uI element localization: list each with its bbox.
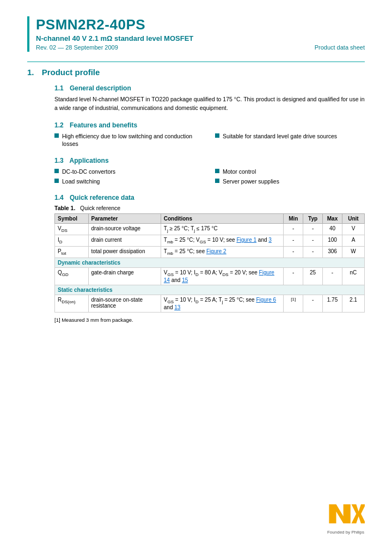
conditions-cell: Tmb = 25 °C; VGS = 10 V; see Figure 1 an… [161,235,284,247]
bullet-icon [54,179,59,183]
conditions-cell: Tj ≥ 25 °C; Tj ≤ 175 °C [161,224,284,235]
bullet-icon [215,179,219,183]
revision-text: Rev. 02 — 28 September 2009 [36,44,118,51]
svg-marker-1 [352,504,365,523]
svg-marker-0 [329,504,350,523]
parameter-cell: drain-source voltage [88,224,161,235]
subsection-1-3: 1.3 Applications DC-to-DC convertors Mot… [54,157,365,185]
typ-cell: 1.75 [323,295,342,313]
features-list: High efficiency due to low switching and… [54,132,365,148]
typ-cell: 25 [303,268,323,285]
max-cell: 306 [323,247,342,258]
product-subtitle: N-channel 40 V 2.1 mΩ standard level MOS… [36,34,365,42]
subsection-1-4-title: 1.4 Quick reference data [54,194,365,201]
conditions-cell: Tmb = 25 °C; see Figure 2 [161,247,284,258]
max-cell: - [323,268,342,285]
parameter-cell: drain current [88,235,161,247]
app-item-2: Motor control [215,168,365,176]
section-label-dynamic: Dynamic characteristics [55,258,365,268]
feature-item-2: Suitable for standard level gate drive s… [215,132,365,148]
max-cell: 100 [323,235,342,247]
footnote: [1] Measured 3 mm from package. [54,317,365,323]
section-header-row-dynamic: Dynamic characteristics [55,258,365,268]
header-accent-bar [27,16,29,52]
min-cell: - [284,224,303,235]
symbol-cell: QGD [55,268,89,285]
app-text-3: Load switching [62,177,100,186]
col-header-unit: Unit [342,214,364,224]
min-cell: [1] [284,295,303,313]
parameter-cell: total power dissipation [88,247,161,258]
section-header-row-static: Static characteristics [55,285,365,295]
unit-cell: nC [342,268,364,285]
bullet-icon [215,133,219,138]
subsection-1-2: 1.2 Features and benefits High efficienc… [54,121,365,148]
min-cell: - [284,247,303,258]
app-text-4: Server power supplies [223,177,279,186]
min-cell: - [284,235,303,247]
symbol-cell: VDS [55,224,89,235]
page: PSMN2R2-40PS N-channel 40 V 2.1 mΩ stand… [0,0,392,551]
col-header-parameter: Parameter [88,214,161,224]
bullet-icon [54,169,59,173]
col-header-conditions: Conditions [161,214,284,224]
section-1-title: 1. Product profile [27,68,365,77]
unit-cell: W [342,247,364,258]
col-header-symbol: Symbol [55,214,89,224]
figure-link-3[interactable]: 3 [268,237,272,243]
nxp-logo [327,501,365,529]
applications-list: DC-to-DC convertors Motor control Load s… [54,168,365,185]
product-title: PSMN2R2-40PS [36,16,365,33]
conditions-cell: VGS = 10 V; ID = 80 A; VDS = 20 V; see F… [161,268,284,285]
typ-cell: - [303,235,323,247]
section-divider [27,62,365,62]
feature-item-1: High efficiency due to low switching and… [54,132,204,148]
symbol-cell: RDS(on) [55,295,89,313]
subsection-1-3-title: 1.3 Applications [54,157,365,164]
table-row: ID drain current Tmb = 25 °C; VGS = 10 V… [55,235,365,247]
subsection-1-1-title: 1.1 General description [54,84,365,92]
quick-reference-table: Symbol Parameter Conditions Min Typ Max … [54,213,365,313]
header: PSMN2R2-40PS N-channel 40 V 2.1 mΩ stand… [27,16,365,52]
col-header-min: Min [284,214,303,224]
parameter-cell: gate-drain charge [88,268,161,285]
min-cell: - [284,268,303,285]
table-title: Quick reference [80,205,120,211]
table-number: Table 1. [54,205,75,211]
table-row: QGD gate-drain charge VGS = 10 V; ID = 8… [55,268,365,285]
figure-link-15[interactable]: 15 [182,277,188,283]
figure-link-6[interactable]: Figure 6 [256,297,276,303]
table-row: Ptot total power dissipation Tmb = 25 °C… [55,247,365,258]
unit-cell: A [342,235,364,247]
subsection-1-1: 1.1 General description Standard level N… [54,84,365,113]
founded-text: Founded by Philips [327,530,364,535]
figure-link-14[interactable]: Figure 14 [164,270,274,283]
bullet-icon [54,133,59,138]
max-cell: 2.1 [342,295,364,313]
figure-link-13[interactable]: 13 [174,304,180,310]
subsection-1-2-title: 1.2 Features and benefits [54,121,365,129]
feature-text-2: Suitable for standard level gate drive s… [223,132,337,140]
col-header-max: Max [323,214,342,224]
table-caption: Table 1. Quick reference [54,205,365,211]
logo-container: Founded by Philips [327,501,365,535]
app-item-1: DC-to-DC convertors [54,168,204,176]
section-label-static: Static characteristics [55,285,365,295]
document-type: Product data sheet [315,44,365,51]
app-text-1: DC-to-DC convertors [62,168,115,176]
figure-link-2[interactable]: Figure 2 [206,248,226,254]
table-row: RDS(on) drain-source on-state resistance… [55,295,365,313]
symbol-cell: Ptot [55,247,89,258]
figure-link-1[interactable]: Figure 1 [236,237,256,243]
symbol-cell: ID [55,235,89,247]
header-meta: Rev. 02 — 28 September 2009 Product data… [36,44,365,51]
bullet-icon [215,169,219,173]
typ-cell: - [303,247,323,258]
app-text-2: Motor control [223,168,256,176]
general-description-text: Standard level N-channel MOSFET in TO220… [54,95,365,113]
subsection-1-4: 1.4 Quick reference data Table 1. Quick … [54,194,365,323]
header-content: PSMN2R2-40PS N-channel 40 V 2.1 mΩ stand… [36,16,365,51]
typ-cell: - [303,224,323,235]
unit-cell: V [342,224,364,235]
conditions-cell: VGS = 10 V; ID = 25 A; Tj = 25 °C; see F… [161,295,284,313]
